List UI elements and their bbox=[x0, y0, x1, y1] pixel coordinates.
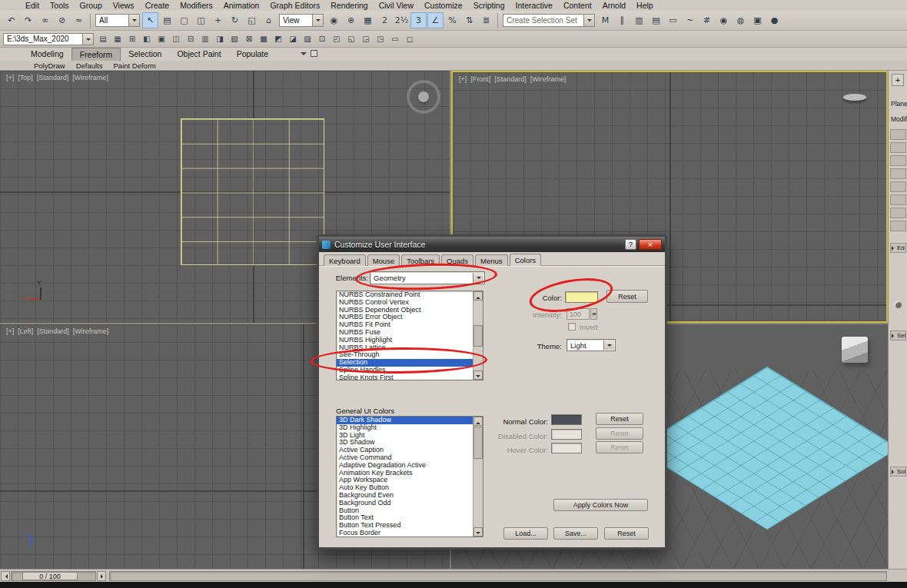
render-setup-icon[interactable]: ◍ bbox=[733, 12, 749, 28]
custom-toolbar-icon[interactable]: ◩ bbox=[271, 32, 285, 46]
stack-row[interactable] bbox=[890, 194, 906, 205]
project-path-dropdown[interactable]: E:\3ds_Max_2020 bbox=[3, 33, 94, 45]
dropdown-arrow-icon[interactable] bbox=[603, 341, 614, 350]
ribbon-subtab[interactable]: Defaults bbox=[71, 61, 108, 70]
rectangular-selection-region-icon[interactable]: ▢ bbox=[176, 12, 192, 28]
reset-disabled-button[interactable]: Reset bbox=[596, 427, 643, 440]
custom-toolbar-icon[interactable]: ⊠ bbox=[242, 32, 256, 46]
menu-item[interactable]: Create bbox=[140, 0, 175, 11]
custom-toolbar-icon[interactable]: ▨ bbox=[301, 32, 314, 46]
custom-toolbar-icon[interactable]: ⊡ bbox=[315, 32, 329, 46]
viewport-label[interactable]: [Wireframe] bbox=[72, 74, 108, 81]
dropdown-arrow-icon[interactable] bbox=[583, 15, 594, 26]
custom-toolbar-icon[interactable]: ▩ bbox=[257, 32, 271, 46]
custom-toolbar-icon[interactable]: ▤ bbox=[96, 32, 110, 46]
scroll-down-icon[interactable] bbox=[473, 527, 483, 537]
reset-button[interactable]: Reset bbox=[604, 527, 649, 540]
reset-hover-button[interactable]: Reset bbox=[596, 441, 643, 453]
custom-toolbar-icon[interactable]: ◱ bbox=[344, 32, 358, 46]
menu-item[interactable]: Modifiers bbox=[174, 0, 218, 11]
custom-toolbar-icon[interactable]: ⊞ bbox=[125, 32, 139, 46]
select-and-move-icon[interactable]: + bbox=[210, 12, 226, 28]
scroll-down-icon[interactable] bbox=[473, 370, 483, 380]
rendered-frame-window-icon[interactable]: ▣ bbox=[749, 12, 766, 28]
ribbon-minimize-icon[interactable] bbox=[311, 50, 317, 57]
viewport-label[interactable]: [+] bbox=[6, 327, 14, 335]
ribbon-tab[interactable]: Freeform bbox=[71, 48, 121, 61]
time-slider-track[interactable]: 0 / 100 bbox=[11, 571, 96, 581]
edit-named-selection-sets-icon[interactable]: ≣ bbox=[478, 12, 494, 28]
menu-item[interactable]: Arnold bbox=[597, 0, 631, 11]
toggle-layer-explorer-icon[interactable]: ▤ bbox=[648, 12, 664, 28]
toggle-scene-explorer-icon[interactable]: ▥ bbox=[631, 12, 647, 28]
menu-item[interactable]: Views bbox=[108, 0, 140, 11]
stack-row[interactable] bbox=[890, 168, 906, 179]
scroll-up-icon[interactable] bbox=[473, 291, 483, 301]
dropdown-arrow-icon[interactable] bbox=[312, 15, 323, 26]
bind-to-space-warp-icon[interactable]: ≈ bbox=[71, 12, 87, 28]
plane-wireframe-object[interactable] bbox=[181, 118, 324, 265]
viewport-label[interactable]: [Standard] bbox=[37, 74, 69, 81]
select-and-place-icon[interactable]: ⌂ bbox=[261, 12, 277, 28]
ribbon-tab[interactable]: Selection bbox=[121, 48, 169, 61]
modifier-list-dropdown[interactable]: Modifi bbox=[891, 115, 907, 123]
dropdown-arrow-icon[interactable] bbox=[128, 15, 139, 26]
menu-item[interactable]: Help bbox=[631, 0, 659, 11]
viewport-label[interactable]: [Wireframe] bbox=[530, 75, 566, 83]
menu-item[interactable]: Customize bbox=[419, 0, 468, 11]
viewport-label[interactable]: [Standard] bbox=[494, 75, 527, 83]
viewport-label[interactable]: [+] bbox=[6, 74, 14, 81]
menu-item[interactable]: Tools bbox=[45, 0, 75, 11]
custom-toolbar-icon[interactable]: ▥ bbox=[198, 32, 212, 46]
load-button[interactable]: Load... bbox=[503, 527, 548, 540]
select-object-icon[interactable]: ↖ bbox=[142, 12, 158, 28]
unlink-selection-icon[interactable]: ⊘ bbox=[54, 12, 70, 28]
mirror-icon[interactable]: M bbox=[597, 12, 613, 28]
viewport-label[interactable]: [Standard] bbox=[37, 327, 69, 335]
window-crossing-toggle-icon[interactable]: ◫ bbox=[193, 12, 209, 28]
custom-toolbar-icon[interactable]: ▧ bbox=[228, 32, 241, 46]
custom-toolbar-icon[interactable]: ◪ bbox=[286, 32, 300, 46]
viewcube[interactable] bbox=[842, 337, 868, 363]
rollout-header[interactable]: Sel bbox=[890, 331, 906, 341]
ribbon-subtab[interactable]: Paint Deform bbox=[109, 61, 161, 70]
menu-item[interactable]: Animation bbox=[218, 0, 265, 11]
theme-dropdown[interactable]: Light bbox=[566, 339, 616, 351]
ribbon-tab[interactable]: Modeling bbox=[23, 48, 71, 61]
dialog-tab[interactable]: Mouse bbox=[367, 254, 400, 266]
menu-item[interactable]: Rendering bbox=[325, 0, 373, 11]
ribbon-config-dropdown-icon[interactable] bbox=[300, 50, 307, 58]
scrollbar-thumb[interactable] bbox=[473, 325, 483, 347]
reset-normal-button[interactable]: Reset bbox=[596, 413, 643, 425]
material-editor-icon[interactable]: ◉ bbox=[716, 12, 732, 28]
custom-toolbar-icon[interactable]: ▦ bbox=[111, 32, 125, 46]
spinner-snap-toggle-icon[interactable]: ⇅ bbox=[461, 12, 477, 28]
close-button[interactable]: × bbox=[639, 239, 662, 250]
stack-row[interactable] bbox=[890, 155, 906, 166]
menu-item[interactable]: Civil View bbox=[374, 0, 419, 11]
stack-row[interactable] bbox=[890, 142, 906, 153]
custom-toolbar-icon[interactable]: ◰ bbox=[330, 32, 344, 46]
viewcube[interactable] bbox=[407, 80, 440, 114]
object-name-field[interactable]: Plane bbox=[891, 100, 907, 108]
snaps-toggle-2d-icon[interactable]: 2 bbox=[377, 12, 393, 28]
select-and-link-icon[interactable]: ∞ bbox=[37, 12, 53, 28]
hover-color-swatch[interactable] bbox=[551, 443, 582, 453]
rollout-header[interactable]: Sol bbox=[890, 467, 906, 477]
pin-stack-icon[interactable] bbox=[895, 301, 902, 308]
angle-snap-toggle-icon[interactable]: ∠ bbox=[427, 12, 444, 28]
viewcube[interactable] bbox=[843, 94, 866, 101]
invert-checkbox[interactable] bbox=[568, 323, 576, 331]
viewport-label[interactable]: [Wireframe] bbox=[73, 327, 109, 335]
named-selection-set-dropdown[interactable]: Create Selection Set bbox=[503, 14, 595, 27]
stack-row[interactable] bbox=[890, 221, 906, 231]
stack-row[interactable] bbox=[890, 208, 906, 218]
select-by-name-icon[interactable]: ▤ bbox=[159, 12, 175, 28]
snaps-toggle-3d-icon[interactable]: 3 bbox=[410, 12, 427, 28]
custom-toolbar-icon[interactable]: ◲ bbox=[359, 32, 373, 46]
disabled-color-swatch[interactable] bbox=[551, 429, 582, 440]
custom-toolbar-icon[interactable]: ◫ bbox=[169, 32, 183, 46]
track-bar[interactable] bbox=[109, 571, 887, 581]
dropdown-arrow-icon[interactable] bbox=[82, 34, 93, 45]
render-production-icon[interactable]: ● bbox=[766, 12, 782, 28]
